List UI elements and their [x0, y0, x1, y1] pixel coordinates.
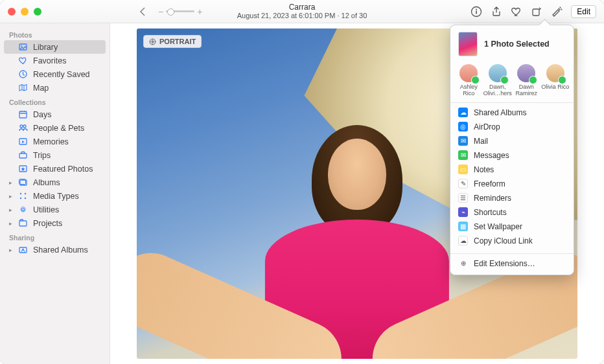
svg-rect-11	[19, 154, 27, 158]
share-action-shortcuts[interactable]: ⌁Shortcuts	[450, 205, 574, 220]
window-controls	[8, 8, 41, 16]
sidebar-item-projects[interactable]: ▸Projects	[4, 216, 106, 230]
favorite-icon[interactable]	[511, 6, 522, 17]
calendar-icon	[18, 109, 28, 119]
memories-icon	[18, 137, 28, 146]
share-action-label: AirDrop	[474, 122, 500, 131]
close-button[interactable]	[8, 8, 16, 16]
svg-rect-7	[19, 111, 27, 118]
freeform-icon: ✎	[458, 179, 468, 188]
titlebar: − + Carrara August 21, 2023 at 6:01:00 P…	[0, 0, 604, 23]
sidebar-item-utilities[interactable]: ▸Utilities	[4, 203, 106, 216]
shortcuts-icon: ⌁	[458, 207, 468, 217]
share-action-label: Notes	[474, 165, 494, 174]
contact-name: Dawn Ramirez	[512, 84, 540, 97]
sidebar-item-label: Media Types	[33, 192, 79, 201]
share-action-reminders[interactable]: ☰Reminders	[450, 191, 574, 205]
share-contact[interactable]: Ashley Rico	[454, 64, 483, 97]
zoom-out-icon: −	[158, 6, 163, 17]
share-action-notes[interactable]: ▭Notes	[450, 163, 574, 177]
sidebar-item-people-pets[interactable]: People & Pets	[4, 121, 106, 135]
edit-extensions-row[interactable]: ⊕ Edit Extensions…	[450, 256, 574, 271]
extensions-icon: ⊕	[458, 258, 468, 268]
sidebar-item-recently-saved[interactable]: Recently Saved	[4, 67, 106, 81]
share-action-messages[interactable]: ✉︎Messages	[450, 148, 574, 163]
shared-icon	[18, 245, 28, 255]
sidebar: PhotosLibraryFavoritesRecently SavedMapC…	[0, 23, 110, 364]
utility-icon	[18, 205, 28, 214]
share-contact[interactable]: Olivia Rico	[541, 64, 570, 97]
share-action-shared-albums[interactable]: ☁︎Shared Albums	[450, 106, 574, 120]
minimize-button[interactable]	[21, 8, 29, 16]
people-icon	[18, 123, 28, 133]
app-window: − + Carrara August 21, 2023 at 6:01:00 P…	[0, 0, 604, 364]
portrait-badge: PORTRAIT	[143, 35, 202, 48]
sidebar-item-label: Featured Photos	[33, 165, 93, 174]
share-icon[interactable]	[491, 6, 502, 17]
sidebar-item-memories[interactable]: Memories	[4, 135, 106, 148]
featured-icon	[18, 164, 28, 174]
titlebar-right: Edit	[470, 5, 596, 18]
share-action-label: Copy iCloud Link	[474, 236, 533, 245]
sidebar-item-label: Projects	[33, 219, 62, 228]
svg-point-5	[21, 45, 22, 47]
sidebar-item-label: Days	[33, 110, 51, 119]
info-icon[interactable]	[470, 6, 482, 17]
sidebar-item-label: Memories	[33, 137, 69, 146]
share-action-label: Messages	[474, 151, 509, 160]
svg-point-18	[25, 198, 26, 199]
messages-icon: ✉︎	[458, 150, 468, 160]
share-contacts: Ashley RicoDawn, Olivi…hersDawn RamirezO…	[450, 62, 574, 103]
sidebar-item-shared-albums[interactable]: ▸Shared Albums	[4, 243, 106, 256]
sidebar-item-trips[interactable]: Trips	[4, 148, 106, 162]
sidebar-item-label: Trips	[33, 151, 51, 160]
disclosure-triangle-icon[interactable]: ▸	[9, 247, 13, 253]
sidebar-item-label: Utilities	[33, 205, 59, 214]
contact-name: Ashley Rico	[454, 84, 483, 97]
sidebar-item-library[interactable]: Library	[4, 40, 106, 54]
zoom-in-icon: +	[197, 6, 202, 17]
contact-name: Olivia Rico	[541, 84, 569, 91]
suitcase-icon	[18, 150, 28, 160]
disclosure-triangle-icon[interactable]: ▸	[9, 207, 13, 213]
share-action-label: Shared Albums	[474, 108, 526, 117]
disclosure-triangle-icon[interactable]: ▸	[9, 220, 13, 227]
share-action-airdrop[interactable]: ◎AirDrop	[450, 120, 574, 134]
sidebar-item-favorites[interactable]: Favorites	[4, 54, 106, 67]
zoom-control[interactable]: − +	[158, 6, 202, 17]
zoom-slider[interactable]	[166, 10, 194, 12]
projects-icon	[18, 218, 28, 228]
sidebar-item-featured-photos[interactable]: Featured Photos	[4, 162, 106, 176]
library-icon	[18, 42, 28, 52]
sidebar-item-label: Map	[33, 84, 49, 93]
edit-button[interactable]: Edit	[571, 5, 596, 18]
sidebar-item-days[interactable]: Days	[4, 108, 106, 121]
share-action-mail[interactable]: ✉︎Mail	[450, 134, 574, 148]
avatar	[546, 64, 564, 82]
share-contact[interactable]: Dawn, Olivi…hers	[483, 64, 512, 97]
share-popover: 1 Photo Selected Ashley RicoDawn, Olivi……	[450, 25, 574, 275]
svg-point-17	[20, 198, 21, 199]
sidebar-section-header: Collections	[4, 95, 106, 108]
mail-icon: ✉︎	[458, 136, 468, 146]
share-contact[interactable]: Dawn Ramirez	[512, 64, 540, 97]
sidebar-section-header: Sharing	[4, 230, 106, 243]
album-icon	[18, 177, 28, 187]
rotate-icon[interactable]	[531, 6, 542, 17]
sidebar-item-map[interactable]: Map	[4, 81, 106, 95]
sidebar-item-media-types[interactable]: ▸Media Types	[4, 189, 106, 203]
share-actions-list: ☁︎Shared Albums◎AirDrop✉︎Mail✉︎Messages▭…	[450, 103, 574, 251]
auto-enhance-icon[interactable]	[551, 6, 562, 17]
clock-icon	[18, 69, 28, 79]
avatar	[459, 64, 478, 82]
share-action-set-wallpaper[interactable]: ▦Set Wallpaper	[450, 220, 574, 234]
fullscreen-button[interactable]	[34, 8, 41, 16]
back-button[interactable]	[139, 7, 146, 16]
sidebar-item-albums[interactable]: ▸Albums	[4, 176, 106, 189]
disclosure-triangle-icon[interactable]: ▸	[9, 179, 13, 186]
share-action-copy-icloud-link[interactable]: ☁︎Copy iCloud Link	[450, 234, 574, 248]
disclosure-triangle-icon[interactable]: ▸	[9, 193, 13, 199]
share-action-freeform[interactable]: ✎Freeform	[450, 177, 574, 191]
map-icon	[18, 83, 28, 93]
svg-point-1	[476, 9, 477, 10]
